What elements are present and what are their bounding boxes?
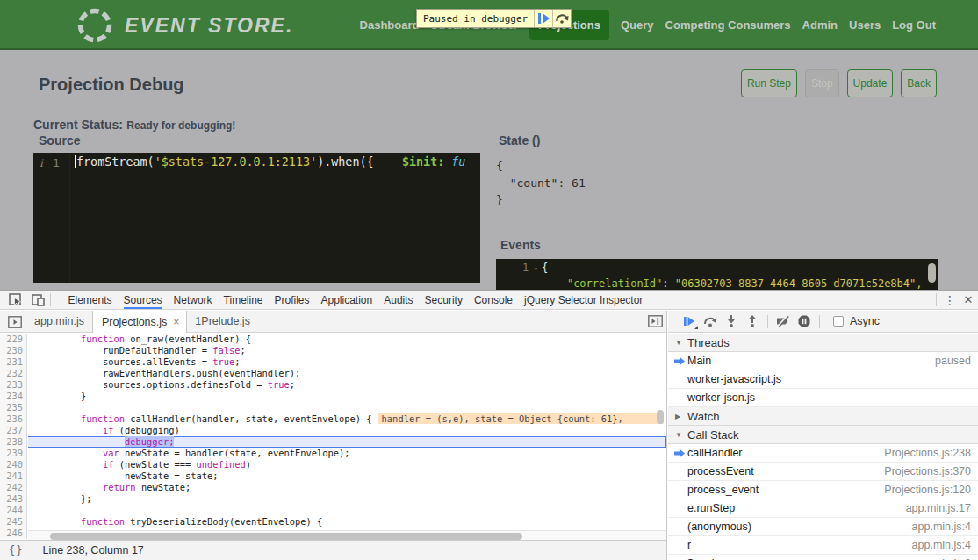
devtools-tab-network[interactable]: Network: [169, 291, 216, 309]
line-number[interactable]: 236: [0, 413, 27, 425]
nav-item-dashboard[interactable]: Dashboard: [360, 18, 420, 32]
toggle-debugger-sidebar-icon[interactable]: [648, 311, 663, 332]
code-line-233: 233 sources.options.definesFold = true;: [0, 379, 666, 391]
line-number[interactable]: 233: [0, 379, 27, 391]
section-header-threads[interactable]: ▼Threads: [668, 334, 978, 352]
call-stack-detail: Projections.js:370: [884, 465, 971, 477]
source-token-atom: $init:: [402, 155, 444, 169]
devtools-tab-elements[interactable]: Elements: [64, 291, 116, 309]
devtools-tab-application[interactable]: Application: [317, 291, 377, 309]
call-stack-row--anonymous-[interactable]: (anonymous)app.min.js:4: [668, 518, 978, 536]
thread-name: Main: [687, 355, 711, 367]
step-out-icon[interactable]: [742, 312, 763, 330]
thread-row-main[interactable]: Mainpaused: [668, 352, 978, 370]
devtools-tab-security[interactable]: Security: [421, 291, 466, 309]
nav-item-log-out[interactable]: Log Out: [892, 18, 936, 32]
section-header-call-stack[interactable]: ▼Call Stack: [668, 426, 978, 444]
back-button[interactable]: Back: [901, 69, 937, 97]
code-keyword: true: [212, 356, 234, 367]
source-editor[interactable]: i 1 fromStream('$stats-127.0.0.1:2113').…: [33, 153, 480, 283]
call-stack-row-callhandler[interactable]: callHandlerProjections.js:238: [668, 444, 978, 463]
code-token: [37, 448, 103, 458]
close-tab-icon[interactable]: ×: [173, 316, 179, 328]
code-line-242: 242 return newState;: [0, 482, 666, 493]
pretty-print-icon[interactable]: {}: [9, 544, 23, 556]
devtools-tab-audits[interactable]: Audits: [380, 291, 417, 309]
line-number[interactable]: 245: [0, 516, 27, 528]
source-code-view[interactable]: 229 function on_raw(eventHandler) {230 r…: [0, 334, 666, 541]
code-keyword: if: [103, 459, 114, 470]
thread-row-worker-javascript-js[interactable]: worker-javascript.js: [668, 370, 978, 389]
inspect-element-icon[interactable]: [7, 293, 23, 307]
section-header-watch[interactable]: ▶Watch: [668, 407, 978, 426]
line-number[interactable]: 243: [0, 493, 27, 505]
events-scrollbar-thumb[interactable]: [928, 263, 936, 283]
code-line-text: }: [37, 391, 86, 402]
horizontal-scrollbar-thumb[interactable]: [50, 533, 522, 540]
line-number[interactable]: 240: [0, 459, 27, 470]
call-stack-detail: app.min.js:17: [906, 502, 971, 514]
file-tab-projections-js[interactable]: Projections.js×: [92, 311, 187, 333]
debugger-toolbar: Async: [668, 311, 978, 333]
step-over-icon[interactable]: [700, 312, 721, 330]
devtools-tab-timeline[interactable]: Timeline: [219, 291, 267, 309]
nav-item-query[interactable]: Query: [621, 18, 654, 32]
stop-button[interactable]: Stop: [805, 69, 839, 97]
show-navigator-icon[interactable]: [7, 315, 23, 328]
call-stack-row-r[interactable]: rapp.min.js:4: [668, 536, 978, 555]
line-number[interactable]: 234: [0, 391, 27, 402]
line-number[interactable]: 229: [0, 334, 27, 345]
device-toolbar-icon[interactable]: [30, 293, 46, 307]
line-number[interactable]: 242: [0, 482, 27, 493]
devtools-close-icon[interactable]: ✕: [959, 293, 978, 306]
event-store-logo[interactable]: EVENT STORE.: [76, 6, 293, 45]
file-tab-1prelude-js[interactable]: 1Prelude.js: [187, 311, 258, 332]
resume-script-icon[interactable]: [534, 10, 552, 27]
vertical-scrollbar-thumb[interactable]: [657, 410, 664, 424]
pause-on-exceptions-icon[interactable]: [794, 312, 815, 330]
resume-script-execution-icon[interactable]: [679, 312, 700, 330]
line-number[interactable]: 231: [0, 356, 27, 368]
deactivate-breakpoints-icon[interactable]: [773, 312, 794, 330]
call-stack-row--apply[interactable]: $applyapp.min.js:2: [668, 555, 978, 560]
nav-item-admin[interactable]: Admin: [802, 18, 838, 32]
code-line-234: 234 }: [0, 391, 666, 402]
fold-arrow-icon[interactable]: ▾: [534, 265, 538, 273]
file-tab-label: Projections.js: [102, 316, 167, 328]
step-over-icon[interactable]: [552, 10, 571, 27]
call-stack-row-process-event[interactable]: process_eventProjections.js:120: [668, 481, 978, 499]
thread-row-worker-json-js[interactable]: worker-json.js: [668, 389, 978, 407]
line-number[interactable]: 241: [0, 470, 27, 482]
toolbar-separator: [767, 315, 768, 328]
line-number[interactable]: 230: [0, 345, 27, 356]
code-line-238: 238 debugger;: [0, 436, 666, 448]
file-tabs: app.min.jsProjections.js×1Prelude.js: [0, 311, 666, 333]
nav-item-users[interactable]: Users: [849, 18, 881, 32]
devtools-tab-profiles[interactable]: Profiles: [270, 291, 313, 309]
devtools-menu-icon[interactable]: ⋮: [941, 293, 959, 307]
line-number[interactable]: 235: [0, 402, 27, 413]
code-token: newState = handler(state, eventEnvelope)…: [119, 448, 350, 458]
async-checkbox[interactable]: [833, 316, 844, 327]
line-number[interactable]: 246: [0, 528, 27, 539]
run-step-button[interactable]: Run Step: [741, 69, 797, 97]
line-number[interactable]: 238: [0, 436, 27, 448]
nav-item-competing-consumers[interactable]: Competing Consumers: [665, 18, 791, 32]
line-number[interactable]: 232: [0, 368, 27, 379]
update-button[interactable]: Update: [847, 69, 894, 97]
events-editor[interactable]: 1 ▾ { "correlationId": "06302703-8837-44…: [496, 259, 938, 290]
call-stack-row-processevent[interactable]: processEventProjections.js:370: [668, 463, 978, 481]
line-number[interactable]: 237: [0, 425, 27, 436]
section-header-label: Watch: [687, 410, 719, 423]
line-number[interactable]: 244: [0, 505, 27, 516]
code-token: };: [37, 493, 92, 504]
devtools-tab-jquery-selector-inspector[interactable]: jQuery Selector Inspector: [520, 291, 646, 309]
step-into-icon[interactable]: [721, 312, 742, 330]
file-tab-app-min-js[interactable]: app.min.js: [26, 311, 92, 332]
devtools-tab-sources[interactable]: Sources: [119, 291, 166, 309]
line-number[interactable]: 239: [0, 448, 27, 459]
devtools-tab-console[interactable]: Console: [470, 291, 516, 309]
call-stack-row-e-runstep[interactable]: e.runStepapp.min.js:17: [668, 499, 978, 518]
source-token-plain: ).when({: [317, 155, 402, 169]
code-token: [37, 459, 103, 470]
